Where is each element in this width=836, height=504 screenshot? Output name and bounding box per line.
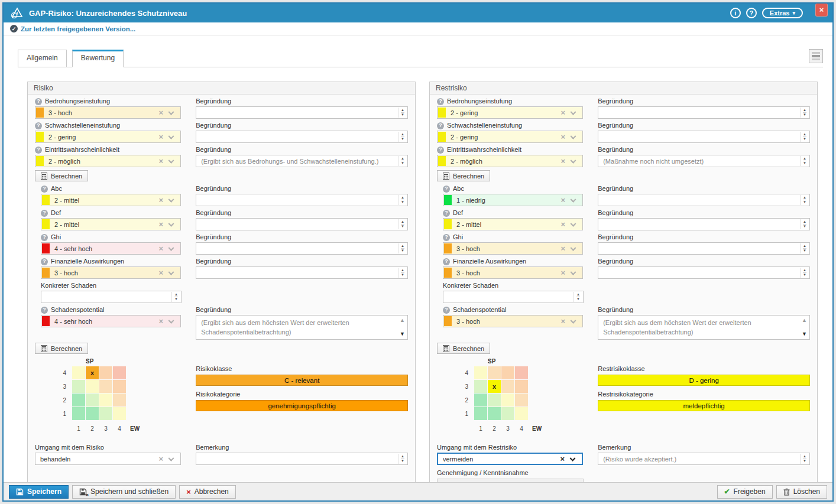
help-icon[interactable]: ?	[35, 122, 42, 129]
textarea-begr-ndung-abc[interactable]: ▲▼	[598, 194, 810, 206]
help-icon[interactable]: ?	[41, 186, 48, 193]
select-umgang-mit-dem-restrisiko[interactable]: vermeiden×	[437, 453, 583, 465]
chevron-down-icon[interactable]	[571, 269, 576, 275]
textarea-begr-ndung-eintrittswahrscheinlichkeit[interactable]: (Ergibt sich aus Bedrohungs- und Schwach…	[196, 155, 408, 167]
textarea-begr-ndung-ghi[interactable]: ▲▼	[196, 242, 408, 255]
clear-icon[interactable]: ×	[159, 157, 164, 165]
select-eintrittswahrscheinlichkeit[interactable]: 2 - möglich×	[437, 155, 583, 167]
question-icon[interactable]: ?	[746, 8, 757, 18]
spinner-icon[interactable]: ▲▼	[398, 108, 407, 118]
cancel-button[interactable]: × Abbrechen	[179, 485, 236, 499]
help-icon[interactable]: ?	[41, 234, 48, 241]
spinner-icon[interactable]: ▲▼	[800, 243, 809, 253]
select-finanzielle-auswirkungen[interactable]: 3 - hoch×	[443, 266, 583, 279]
chevron-down-icon[interactable]	[570, 455, 576, 461]
textarea-begr-ndung-schwachstelleneinstufung[interactable]: ▲▼	[196, 131, 408, 143]
chevron-down-icon[interactable]	[571, 245, 576, 251]
chevron-down-icon[interactable]	[169, 269, 174, 275]
textarea-bemerkung-umgang-mit-dem-risiko[interactable]: ▲▼	[196, 453, 408, 465]
clear-icon[interactable]: ×	[561, 109, 566, 116]
chevron-down-icon[interactable]	[571, 317, 576, 323]
spinner-icon[interactable]: ▲▼	[800, 156, 809, 166]
textarea-begr-ndung-finanzielle-auswirkungen[interactable]: ▲▼	[196, 266, 408, 279]
scroll-down-icon[interactable]: ▼	[802, 331, 807, 337]
calc-button-berechnen[interactable]: Berechnen	[437, 170, 490, 181]
select-umgang-mit-dem-risiko[interactable]: behandeln×	[35, 453, 181, 465]
chevron-down-icon[interactable]	[571, 157, 576, 163]
spinner-icon[interactable]: ▲▼	[800, 219, 809, 229]
spinner-icon[interactable]: ▲▼	[398, 268, 407, 278]
textarea-bemerkung-umgang-mit-dem-restrisiko[interactable]: (Risiko wurde akzeptiert.)▲▼	[598, 453, 810, 465]
clear-icon[interactable]: ×	[561, 245, 566, 252]
spinner-icon[interactable]: ▲▼	[398, 219, 407, 229]
select-def[interactable]: 2 - mittel×	[41, 218, 181, 230]
textarea-begr-ndung-abc[interactable]: ▲▼	[196, 194, 408, 206]
select-bedrohungseinstufung[interactable]: 3 - hoch×	[35, 106, 181, 119]
close-icon[interactable]: ×	[815, 4, 828, 17]
spinner-icon[interactable]: ▲▼	[800, 132, 809, 142]
clear-icon[interactable]: ×	[159, 317, 164, 325]
clear-icon[interactable]: ×	[561, 220, 566, 228]
select-schwachstelleneinstufung[interactable]: 2 - gering×	[35, 131, 181, 143]
help-icon[interactable]: ?	[41, 258, 48, 265]
textarea-begr-ndung-eintrittswahrscheinlichkeit[interactable]: (Maßnahme noch nicht umgesetzt)▲▼	[598, 155, 810, 167]
textarea-begr-ndung-ghi[interactable]: ▲▼	[598, 242, 810, 255]
select-finanzielle-auswirkungen[interactable]: 3 - hoch×	[41, 266, 181, 279]
help-icon[interactable]: ?	[437, 98, 444, 105]
help-icon[interactable]: ?	[41, 307, 48, 314]
textarea-begr-ndung-schadenspotential[interactable]: (Ergibt sich aus dem höchsten Wert der e…	[598, 315, 810, 340]
calc-button-berechnen[interactable]: Berechnen	[437, 343, 490, 354]
delete-button[interactable]: Löschen	[776, 485, 827, 499]
release-button[interactable]: ✔ Freigeben	[717, 485, 773, 499]
input-konkreter-schaden[interactable]: ▲▼	[443, 291, 584, 303]
clear-icon[interactable]: ×	[159, 269, 164, 277]
clear-icon[interactable]: ×	[159, 220, 164, 228]
scroll-up-icon[interactable]: ▲	[802, 318, 807, 323]
select-abc[interactable]: 1 - niedrig×	[443, 194, 583, 206]
last-released-version-link[interactable]: ✓ Zur letzten freigegebenen Version...	[10, 25, 135, 32]
select-def[interactable]: 2 - mittel×	[443, 218, 583, 230]
chevron-down-icon[interactable]	[169, 245, 174, 251]
tab-bewertung[interactable]: Bewertung	[72, 50, 124, 67]
select-abc[interactable]: 2 - mittel×	[41, 194, 181, 206]
help-icon[interactable]: ?	[443, 210, 450, 217]
clear-icon[interactable]: ×	[159, 133, 164, 141]
chevron-down-icon[interactable]	[169, 133, 174, 139]
clear-icon[interactable]: ×	[561, 196, 566, 204]
tab-allgemein[interactable]: Allgemein	[18, 50, 67, 67]
chevron-down-icon[interactable]	[571, 220, 576, 226]
spinner-icon[interactable]: ▲▼	[800, 454, 809, 464]
spinner-icon[interactable]: ▲▼	[800, 108, 809, 118]
save-button[interactable]: Speichern	[9, 485, 69, 499]
help-icon[interactable]: ?	[443, 307, 450, 314]
textarea-begr-ndung-schwachstelleneinstufung[interactable]: ▲▼	[598, 131, 810, 143]
select-schadenspotential[interactable]: 4 - sehr hoch×	[41, 315, 181, 327]
chevron-down-icon[interactable]	[169, 109, 174, 115]
chevron-down-icon[interactable]	[169, 196, 174, 202]
calc-button-berechnen[interactable]: Berechnen	[35, 170, 88, 181]
spinner-icon[interactable]: ▲▼	[398, 132, 407, 142]
textarea-begr-ndung-finanzielle-auswirkungen[interactable]: ▲▼	[598, 266, 810, 279]
info-icon[interactable]: i	[730, 8, 741, 18]
clear-icon[interactable]: ×	[560, 455, 565, 463]
textarea-begr-ndung-bedrohungseinstufung[interactable]: ▲▼	[196, 106, 408, 119]
spinner-icon[interactable]: ▲▼	[398, 195, 407, 205]
list-view-icon[interactable]	[809, 49, 823, 63]
select-schwachstelleneinstufung[interactable]: 2 - gering×	[437, 131, 583, 143]
clear-icon[interactable]: ×	[561, 317, 566, 325]
help-icon[interactable]: ?	[443, 186, 450, 193]
input-konkreter-schaden[interactable]: ▲▼	[41, 291, 182, 303]
textarea-begr-ndung-bedrohungseinstufung[interactable]: ▲▼	[598, 106, 810, 119]
chevron-down-icon[interactable]	[169, 317, 174, 323]
help-icon[interactable]: ?	[437, 147, 444, 154]
select-bedrohungseinstufung[interactable]: 2 - gering×	[437, 106, 583, 119]
clear-icon[interactable]: ×	[561, 157, 566, 165]
textarea-begr-ndung-schadenspotential[interactable]: (Ergibt sich aus dem höchsten Wert der e…	[196, 315, 408, 340]
spinner-icon[interactable]: ▲▼	[398, 156, 407, 166]
clear-icon[interactable]: ×	[159, 455, 164, 463]
help-icon[interactable]: ?	[443, 234, 450, 241]
clear-icon[interactable]: ×	[159, 245, 164, 252]
chevron-down-icon[interactable]	[571, 109, 576, 115]
spinner-icon[interactable]: ▲▼	[398, 454, 407, 464]
chevron-down-icon[interactable]	[571, 133, 576, 139]
